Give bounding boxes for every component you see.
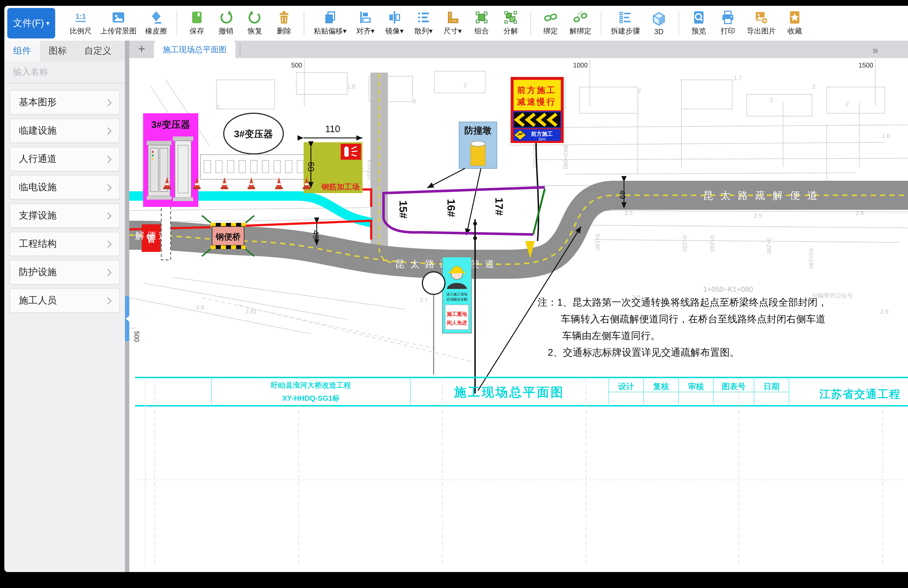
- sidebar-item-workers[interactable]: 施工人员: [10, 288, 120, 313]
- main-area: 组件 图标 自定义 基本图形 临建设施 人行通道 临电设施 支撑设施 工程结构 …: [4, 41, 908, 572]
- svg-text:1km: 1km: [538, 137, 546, 141]
- sidebar-item-temp-facilities[interactable]: 临建设施: [10, 118, 120, 143]
- toolbar-divider: [177, 11, 177, 35]
- ungroup-icon: [503, 10, 518, 25]
- toolbar-unbind-button[interactable]: 解绑定: [570, 10, 591, 36]
- pier-work-zone[interactable]: 15# 16# 17#: [383, 187, 545, 235]
- cad-annotation: 1.8: [347, 83, 355, 90]
- svg-text:审核: 审核: [688, 382, 704, 391]
- svg-text:图表号: 图表号: [722, 382, 745, 391]
- toolbar-redo-button[interactable]: 恢复: [245, 10, 265, 36]
- worker-safety-sign[interactable]: 进入施工现场 必须戴安全帽 施工重地 闲人免进: [443, 257, 472, 333]
- svg-text:钢便桥: 钢便桥: [215, 232, 241, 241]
- svg-text:49: 49: [311, 230, 320, 239]
- road-label-right: 昆 太 路 疏 解 便 道: [703, 190, 819, 201]
- cad-annotation: 2.5: [625, 210, 633, 216]
- site-plan-canvas[interactable]: 500 1000 1500 500: [129, 58, 908, 572]
- transformer-area[interactable]: 3#变压器: [143, 113, 198, 207]
- dim-110-label: 110: [325, 124, 340, 134]
- sidebar-item-pedestrian[interactable]: 人行通道: [10, 147, 120, 171]
- tab-components[interactable]: 组件: [4, 41, 40, 61]
- chevron-right-icon: [104, 155, 111, 162]
- cad-annotation: BK0+080: [562, 145, 569, 169]
- align-icon: [358, 10, 373, 25]
- svg-text:施工重地: 施工重地: [446, 311, 467, 317]
- toolbar-delete-button[interactable]: 删除: [274, 10, 294, 36]
- tab-custom[interactable]: 自定义: [76, 41, 120, 61]
- sidebar-item-temp-power[interactable]: 临电设施: [10, 175, 120, 200]
- road-label-left: 解便道: [135, 230, 170, 241]
- sidebar-item-basic-shapes[interactable]: 基本图形: [10, 90, 120, 115]
- svg-text:前方施工: 前方施工: [517, 85, 556, 95]
- toolbar-align-button[interactable]: 对齐▾: [355, 10, 375, 36]
- export-image-icon: [754, 10, 768, 25]
- print-icon: [721, 10, 735, 25]
- toolbar-mirror-button[interactable]: 镜像▾: [384, 10, 405, 36]
- toolbar-paste-offset-button[interactable]: 粘贴偏移▾: [314, 10, 346, 36]
- project-code: XY-HHDQ-SG1标: [282, 394, 340, 402]
- svg-text:车辆转入右侧疏解便道同行，在桥台至线路终点封闭右侧车道: 车辆转入右侧疏解便道同行，在桥台至线路终点封闭右侧车道: [561, 313, 826, 324]
- sidebar-item-support[interactable]: 支撑设施: [10, 203, 120, 228]
- crash-block[interactable]: 防撞墩: [427, 122, 497, 235]
- chevron-left-icon: [125, 316, 129, 321]
- toolbar-3d-button[interactable]: 3D: [649, 11, 669, 35]
- ruler-tick-500: 500: [291, 61, 302, 69]
- sidebar-item-protection[interactable]: 防护设施: [10, 260, 120, 284]
- cad-annotation: 2: [216, 104, 220, 110]
- toolbar-scale-button[interactable]: 1:1 比例尺: [70, 10, 92, 36]
- toolbar-undo-button[interactable]: 撤销: [216, 10, 236, 36]
- file-menu-button[interactable]: 文件(F) ▾: [7, 8, 55, 39]
- toolbar-preview-button[interactable]: 预览: [689, 10, 709, 36]
- cad-annotation: 0+240: [709, 235, 716, 252]
- cad-annotation: 2.6: [196, 304, 204, 310]
- svg-text:设计: 设计: [618, 382, 634, 391]
- rebar-yard[interactable]: 110 60 钢筋加工场: [304, 124, 362, 193]
- toolbar-eraser-button[interactable]: 橡皮擦: [145, 10, 167, 36]
- component-sidebar: 组件 图标 自定义 基本图形 临建设施 人行通道 临电设施 支撑设施 工程结构 …: [4, 41, 125, 572]
- more-tabs-button[interactable]: »: [865, 41, 886, 58]
- upload-background-icon: [111, 10, 126, 25]
- favorite-icon: [787, 10, 802, 25]
- dimension-icon: [445, 10, 460, 25]
- sidebar-item-structure[interactable]: 工程结构: [10, 231, 120, 256]
- svg-text:49: 49: [618, 190, 627, 199]
- sidebar-collapse-handle[interactable]: [125, 296, 129, 341]
- toolbar-export-image-button[interactable]: 导出图片: [747, 10, 776, 36]
- search-input[interactable]: [11, 66, 127, 78]
- svg-text:日期: 日期: [763, 382, 779, 391]
- toolbar-favorite-button[interactable]: 收藏: [784, 10, 805, 36]
- plan-notes: 注：1、昆太路第一次交通转换将线路起点至桥梁终点段全部封闭， 车辆转入右侧疏解便…: [538, 297, 828, 358]
- cad-annotation: 2: [770, 96, 773, 103]
- trash-icon: [277, 10, 291, 25]
- cad-annotation: 0+180: [594, 234, 601, 250]
- drawing-canvas-area: + 施工现场总平面图 » 500 1000: [129, 41, 908, 572]
- cad-annotation: 2: [845, 101, 849, 107]
- chevron-right-icon: [104, 240, 111, 247]
- toolbar-print-button[interactable]: 打印: [718, 10, 738, 36]
- toolbar-upload-background-button[interactable]: 上传背景图: [100, 10, 137, 36]
- transformer-ellipse[interactable]: 3#变压器: [224, 113, 283, 154]
- chevron-right-icon: [104, 184, 111, 191]
- svg-text:进入施工现场: 进入施工现场: [446, 292, 467, 296]
- add-tab-button[interactable]: +: [134, 41, 150, 58]
- cad-annotation: 2.6: [856, 210, 864, 216]
- cad-annotation: 2: [638, 88, 641, 94]
- ruler-tick-1500: 1500: [859, 61, 873, 69]
- toolbar-save-button[interactable]: 保存: [187, 10, 207, 36]
- svg-text:1:1: 1:1: [76, 12, 86, 20]
- toolbar-ungroup-button[interactable]: 分解: [501, 10, 521, 36]
- tab-icons[interactable]: 图标: [40, 41, 76, 61]
- cad-annotation: K0+180: [808, 248, 815, 268]
- ruler-tick-1000: 1000: [573, 61, 588, 69]
- toolbar-bind-button[interactable]: 绑定: [541, 10, 561, 36]
- toolbar-divider: [678, 11, 679, 35]
- file-menu-label: 文件(F): [13, 17, 44, 30]
- chevron-down-icon: ▾: [46, 19, 49, 27]
- toolbar-group-button[interactable]: 组合: [472, 10, 492, 36]
- toolbar-scatter-button[interactable]: 散列▾: [413, 10, 434, 36]
- canvas-tab-active[interactable]: 施工现场总平面图: [154, 41, 235, 58]
- toolbar-steps-button[interactable]: 拆建步骤: [611, 10, 640, 36]
- toolbar-dimension-button[interactable]: 尺寸▾: [443, 10, 463, 36]
- toolbar-groups: 1:1 比例尺 上传背景图 橡皮擦 保存 撤销 恢复: [65, 10, 809, 36]
- svg-text:必须戴安全帽: 必须戴安全帽: [446, 297, 467, 301]
